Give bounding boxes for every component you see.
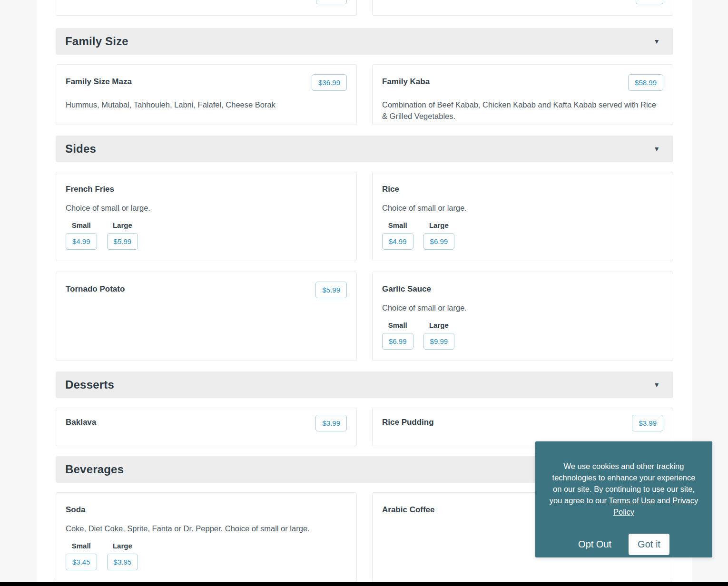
section-header-family-size[interactable]: Family Size ▼ <box>56 28 673 55</box>
item-title: Family Kaba <box>382 74 430 87</box>
size-label: Large <box>429 221 449 229</box>
section-title: Sides <box>65 142 96 156</box>
price-button-small[interactable]: $4.99 <box>382 233 413 250</box>
item-description: Choice of small or large. <box>382 302 663 313</box>
item-title: Soda <box>66 502 86 515</box>
price-button[interactable]: $3.99 <box>315 415 347 431</box>
section-header-sides[interactable]: Sides ▼ <box>56 136 673 162</box>
price-button-large[interactable]: $5.99 <box>107 233 138 250</box>
terms-of-use-link[interactable]: Terms of Use <box>609 496 655 505</box>
item-description: Combination of Beef Kabab, Chicken Kabab… <box>382 99 663 122</box>
partial-menu-item-card <box>56 0 357 16</box>
bottom-black-bar <box>0 582 728 586</box>
item-title: Garlic Sauce <box>382 282 431 294</box>
price-button-small[interactable]: $4.99 <box>66 233 97 250</box>
price-button-small[interactable]: $6.99 <box>382 333 413 350</box>
menu-item-card-soda: Soda Coke, Diet Coke, Sprite, Fanta or D… <box>56 492 357 582</box>
price-button-partial[interactable] <box>636 0 663 4</box>
item-title: Baklava <box>66 415 96 427</box>
section-title: Family Size <box>65 35 128 48</box>
opt-out-button[interactable]: Opt Out <box>578 539 611 550</box>
item-title: French Fries <box>66 182 114 194</box>
price-button-large[interactable]: $6.99 <box>423 233 455 250</box>
size-label: Small <box>388 221 407 229</box>
menu-item-card-baklava: Baklava $3.99 <box>56 408 357 446</box>
item-description: Choice of small or large. <box>66 202 347 214</box>
item-description: Coke, Diet Coke, Sprite, Fanta or Dr. Pe… <box>66 523 347 534</box>
item-description: Hummus, Mutabal, Tahhouleh, Labni, Falaf… <box>66 99 347 110</box>
menu-item-card-french-fries: French Fries Choice of small or large. S… <box>56 172 357 261</box>
price-button[interactable]: $36.99 <box>312 74 347 91</box>
price-button-partial[interactable] <box>316 0 347 4</box>
partial-menu-item-card <box>372 0 673 16</box>
price-button-small[interactable]: $3.45 <box>66 554 97 570</box>
size-label: Small <box>72 221 91 229</box>
partial-row <box>56 0 673 16</box>
item-title: Family Size Maza <box>66 74 132 87</box>
item-title: Rice <box>382 182 399 194</box>
section-title: Beverages <box>65 463 124 476</box>
size-label: Small <box>72 542 91 550</box>
size-label: Large <box>429 321 449 329</box>
price-button[interactable]: $3.99 <box>632 415 663 431</box>
menu-item-card-family-kaba: Family Kaba $58.99 Combination of Beef K… <box>372 64 673 125</box>
chevron-down-icon[interactable]: ▼ <box>653 38 660 45</box>
chevron-down-icon[interactable]: ▼ <box>653 381 660 389</box>
menu-item-card-rice: Rice Choice of small or large. Small $4.… <box>372 172 673 261</box>
section-title: Desserts <box>65 378 114 391</box>
item-title: Tornado Potato <box>66 282 125 294</box>
cookie-text: and <box>655 496 672 505</box>
item-title: Arabic Coffee <box>382 502 435 515</box>
size-label: Small <box>388 321 407 329</box>
section-header-desserts[interactable]: Desserts ▼ <box>56 371 673 398</box>
menu-item-card-garlic-sauce: Garlic Sauce Choice of small or large. S… <box>372 272 673 361</box>
price-button[interactable]: $5.99 <box>315 282 347 298</box>
cookie-consent-banner: We use cookies and other tracking techno… <box>535 441 712 557</box>
price-button-large[interactable]: $9.99 <box>423 333 455 350</box>
cookie-message: We use cookies and other tracking techno… <box>548 460 700 518</box>
got-it-button[interactable]: Got it <box>629 534 669 555</box>
size-label: Large <box>113 221 132 229</box>
menu-item-card-tornado-potato: Tornado Potato $5.99 <box>56 272 357 361</box>
menu-item-card-family-size-maza: Family Size Maza $36.99 Hummus, Mutabal,… <box>56 64 357 125</box>
price-button-large[interactable]: $3.95 <box>107 554 138 570</box>
size-label: Large <box>113 542 132 550</box>
price-button[interactable]: $58.99 <box>628 74 663 91</box>
item-description: Choice of small or large. <box>382 202 663 214</box>
chevron-down-icon[interactable]: ▼ <box>653 145 660 153</box>
menu-item-card-rice-pudding: Rice Pudding $3.99 <box>372 408 673 446</box>
item-title: Rice Pudding <box>382 415 434 427</box>
